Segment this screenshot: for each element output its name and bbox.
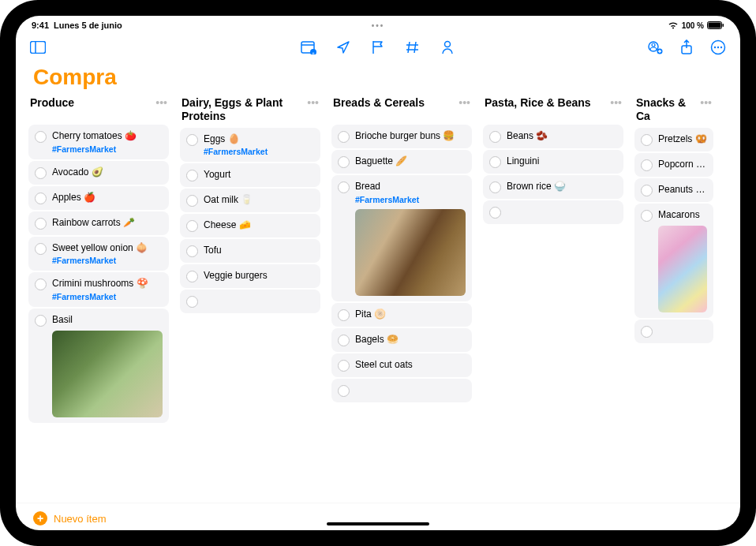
checkbox-circle[interactable]	[186, 170, 198, 181]
list-item[interactable]: Cheese 🧀	[180, 214, 320, 237]
item-body: Macarons	[658, 209, 707, 313]
item-body: Baguette 🥖	[355, 155, 466, 168]
list-item[interactable]: Beans 🫘	[483, 125, 623, 148]
item-label: Bagels 🥯	[355, 334, 466, 346]
checkbox-circle[interactable]	[489, 207, 501, 219]
column-more-icon[interactable]: •••	[610, 96, 622, 109]
item-label: Cherry tomatoes 🍅	[52, 130, 163, 143]
item-body: Linguini	[507, 155, 617, 168]
checkbox-circle[interactable]	[338, 335, 350, 346]
checkbox-circle[interactable]	[338, 131, 350, 143]
item-body: Rainbow carrots 🥕	[52, 217, 163, 230]
checkbox-circle[interactable]	[338, 181, 350, 193]
list-item[interactable]: Bread#FarmersMarket	[331, 175, 472, 301]
list-item[interactable]: Pita 🫓	[331, 303, 472, 327]
list-item[interactable]: Apples 🍎	[28, 186, 169, 210]
list-item[interactable]: Yogurt	[180, 163, 320, 187]
item-image[interactable]	[658, 226, 707, 312]
sidebar-toggle-icon[interactable]	[30, 39, 46, 55]
item-tag[interactable]: #FarmersMarket	[52, 144, 163, 154]
status-time: 9:41	[32, 21, 49, 30]
list-item[interactable]: Veggie burgers	[180, 264, 320, 288]
item-label: Beans 🫘	[507, 130, 617, 143]
list-item[interactable]: Eggs 🥚#FarmersMarket	[180, 128, 320, 163]
item-tag[interactable]: #FarmersMarket	[52, 256, 163, 265]
item-image[interactable]	[355, 209, 466, 296]
list-item[interactable]: Pretzels 🥨	[634, 128, 713, 151]
column-more-icon[interactable]: •••	[307, 96, 319, 109]
list-item-empty[interactable]	[634, 320, 713, 343]
checkbox-circle[interactable]	[338, 360, 350, 372]
home-indicator[interactable]	[327, 522, 429, 525]
list-item-empty[interactable]	[331, 379, 472, 402]
checkbox-circle[interactable]	[186, 195, 198, 207]
plus-circle-icon: +	[33, 511, 47, 525]
column-title: Breads & Cereals	[333, 96, 425, 110]
checkbox-circle[interactable]	[186, 245, 198, 257]
list-item[interactable]: Popcorn 🍿	[634, 153, 713, 177]
item-image[interactable]	[52, 331, 163, 417]
list-item[interactable]: Crimini mushrooms 🍄#FarmersMarket	[28, 272, 169, 307]
item-body: Peanuts 🥜	[658, 184, 707, 196]
list-item[interactable]: Peanuts 🥜	[634, 178, 713, 202]
checkbox-circle[interactable]	[35, 131, 47, 143]
checkbox-circle[interactable]	[35, 243, 47, 255]
more-icon[interactable]	[710, 39, 726, 55]
list-item[interactable]: Avocado 🥑	[28, 161, 169, 185]
column-more-icon[interactable]: •••	[155, 96, 167, 109]
list-item[interactable]: Bagels 🥯	[331, 328, 472, 352]
list-item[interactable]: Sweet yellow onion 🧅#FarmersMarket	[28, 237, 169, 271]
list-item-empty[interactable]	[483, 200, 623, 224]
checkbox-circle[interactable]	[35, 279, 47, 290]
list-item[interactable]: Macarons	[634, 204, 713, 319]
checkbox-circle[interactable]	[186, 271, 198, 282]
checkbox-circle[interactable]	[338, 385, 350, 397]
checkbox-circle[interactable]	[641, 210, 653, 222]
bottom-bar: + Nuevo ítem	[16, 503, 740, 530]
list-item[interactable]: Basil	[28, 309, 169, 424]
item-tag[interactable]: #FarmersMarket	[52, 292, 163, 301]
list-item[interactable]: Rainbow carrots 🥕	[28, 211, 169, 235]
checkbox-circle[interactable]	[489, 181, 501, 193]
flag-icon[interactable]	[370, 39, 386, 55]
item-tag[interactable]: #FarmersMarket	[204, 147, 314, 156]
checkbox-circle[interactable]	[489, 131, 501, 143]
hashtag-icon[interactable]	[405, 39, 421, 55]
column-more-icon[interactable]: •••	[458, 96, 470, 109]
checkbox-circle[interactable]	[338, 156, 350, 168]
checkbox-circle[interactable]	[35, 218, 47, 230]
list-item[interactable]: Brown rice 🍚	[483, 175, 623, 199]
list-item[interactable]: Cherry tomatoes 🍅#FarmersMarket	[28, 125, 169, 159]
checkbox-circle[interactable]	[338, 309, 350, 321]
columns-scroll[interactable]: Produce•••Cherry tomatoes 🍅#FarmersMarke…	[16, 96, 740, 503]
checkbox-circle[interactable]	[641, 159, 653, 171]
list-item[interactable]: Linguini	[483, 150, 623, 174]
svg-rect-3	[31, 42, 46, 54]
list-item[interactable]: Oat milk 🥛	[180, 189, 320, 212]
checkbox-circle[interactable]	[489, 156, 501, 168]
checkbox-circle[interactable]	[35, 193, 47, 204]
list-item[interactable]: Tofu	[180, 239, 320, 263]
checkbox-circle[interactable]	[186, 220, 198, 232]
column-more-icon[interactable]: •••	[700, 96, 712, 109]
checkbox-circle[interactable]	[186, 134, 198, 146]
calendar-icon[interactable]: +	[301, 39, 316, 55]
collaborate-icon[interactable]	[647, 39, 663, 55]
person-icon[interactable]	[440, 39, 455, 55]
checkbox-circle[interactable]	[186, 296, 198, 308]
list-item-empty[interactable]	[180, 290, 320, 313]
checkbox-circle[interactable]	[35, 167, 47, 179]
item-label: Baguette 🥖	[355, 155, 466, 168]
status-bar: 9:41 Lunes 5 de junio ••• 100 %	[16, 16, 740, 32]
location-icon[interactable]	[335, 39, 351, 55]
item-tag[interactable]: #FarmersMarket	[355, 195, 466, 204]
multitask-dots[interactable]: •••	[372, 21, 385, 30]
list-item[interactable]: Brioche burger buns 🍔	[331, 125, 472, 148]
checkbox-circle[interactable]	[35, 315, 47, 327]
checkbox-circle[interactable]	[641, 185, 653, 196]
share-icon[interactable]	[679, 39, 694, 55]
list-item[interactable]: Baguette 🥖	[331, 150, 472, 174]
list-item[interactable]: Steel cut oats	[331, 353, 472, 377]
checkbox-circle[interactable]	[641, 134, 653, 146]
checkbox-circle[interactable]	[641, 326, 653, 338]
